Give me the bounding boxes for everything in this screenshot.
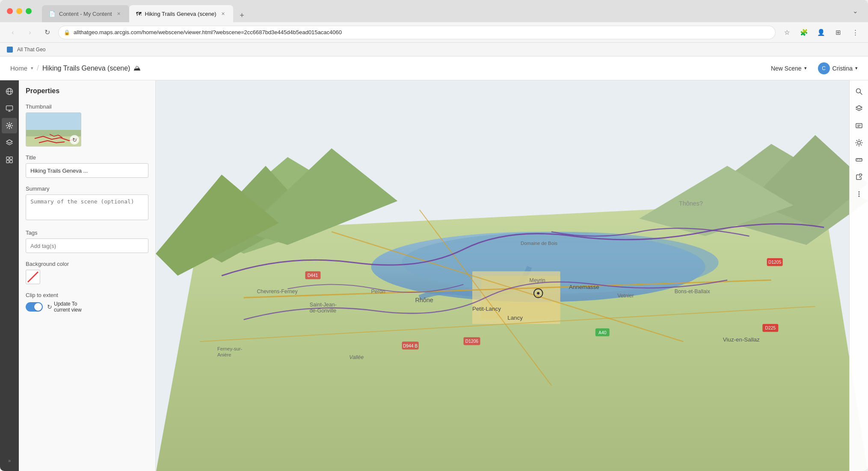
svg-line-75 xyxy=(856,144,857,145)
svg-text:Petit-Lancy: Petit-Lancy xyxy=(472,306,501,312)
summary-row: Summary xyxy=(26,185,148,222)
update-current-view-label: ↻ Update To current view xyxy=(47,301,82,313)
thumbnail-row: Thumbnail ↻ xyxy=(26,103,148,147)
sidebar-item-settings[interactable] xyxy=(2,118,17,133)
svg-text:Lancy: Lancy xyxy=(507,315,523,321)
user-initial: C xyxy=(822,65,826,71)
header-right: New Scene ▾ C Cristina ▾ xyxy=(767,62,858,74)
layers-tool-btn[interactable] xyxy=(851,101,867,116)
clip-to-extent-toggle[interactable] xyxy=(26,302,43,312)
thumbnail-image: ↻ xyxy=(26,112,81,147)
svg-point-6 xyxy=(9,125,11,127)
tags-row: Tags xyxy=(26,230,148,253)
svg-line-72 xyxy=(856,140,857,141)
user-menu-button[interactable]: C Cristina ▾ xyxy=(818,62,858,74)
svg-text:Annemasse: Annemasse xyxy=(569,284,599,290)
search-tool-btn[interactable] xyxy=(851,84,867,99)
svg-text:Saint-Jean-de-Gonville: Saint-Jean-de-Gonville xyxy=(310,302,337,314)
toggle-knob xyxy=(34,303,42,311)
lock-icon: 🔒 xyxy=(64,29,70,35)
traffic-lights xyxy=(7,8,32,14)
tags-input[interactable] xyxy=(26,238,148,253)
svg-rect-9 xyxy=(6,160,9,163)
sidebar-expand[interactable]: » xyxy=(8,456,11,468)
svg-text:Viuz-en-Sallaz: Viuz-en-Sallaz xyxy=(723,336,760,343)
tab-close-btn[interactable]: ✕ xyxy=(116,10,122,17)
measure-tool-btn[interactable] xyxy=(851,152,867,168)
svg-point-34 xyxy=(537,292,539,294)
svg-point-81 xyxy=(858,191,859,193)
color-swatch-icon xyxy=(27,271,39,283)
clip-to-extent-row: Clip to extent ↻ Update To current view xyxy=(26,292,148,313)
svg-text:Vetnier: Vetnier xyxy=(617,293,634,299)
page-title: Hiking Trails Geneva (scene) ⛰ xyxy=(42,64,141,73)
browser-window: 📄 Content - My Content ✕ 🗺 Hiking Trails… xyxy=(0,0,868,471)
sidebar-item-layers[interactable] xyxy=(2,135,17,150)
svg-line-63 xyxy=(860,93,862,95)
tab-label: Content - My Content xyxy=(59,11,112,17)
icon-sidebar: » xyxy=(0,80,19,471)
more-options-tool-btn[interactable] xyxy=(851,186,867,202)
clip-to-extent-label: Clip to extent xyxy=(26,292,148,298)
extensions-icon[interactable]: 🧩 xyxy=(798,26,810,38)
svg-point-83 xyxy=(858,196,859,197)
browser-collapse-icon[interactable]: ⌄ xyxy=(849,5,861,17)
svg-text:Rhône: Rhône xyxy=(415,297,433,303)
tab-content[interactable]: 📄 Content - My Content ✕ xyxy=(42,5,129,22)
tags-label: Tags xyxy=(26,230,148,236)
home-caret-icon: ▾ xyxy=(31,65,33,71)
summary-textarea[interactable] xyxy=(26,194,148,220)
tab-label-active: Hiking Trails Geneva (scene) xyxy=(145,11,216,17)
sidebar-item-globe[interactable] xyxy=(2,84,17,99)
share-tool-btn[interactable] xyxy=(851,169,867,185)
back-button[interactable]: ‹ xyxy=(7,26,19,38)
svg-line-74 xyxy=(861,140,861,141)
sidebar-toggle-icon[interactable]: ⊞ xyxy=(832,26,844,38)
maximize-button[interactable] xyxy=(26,8,32,14)
svg-point-67 xyxy=(857,141,860,144)
new-scene-button[interactable]: New Scene ▾ xyxy=(767,62,811,74)
background-color-row: Background color xyxy=(26,261,148,284)
minimize-button[interactable] xyxy=(16,8,22,14)
bookmark-icon[interactable]: ☆ xyxy=(781,26,793,38)
browser-tabs: 📄 Content - My Content ✕ 🗺 Hiking Trails… xyxy=(42,0,249,22)
svg-text:Meyrin: Meyrin xyxy=(530,277,545,283)
update-to-label: Update To xyxy=(54,301,82,307)
more-options-icon[interactable]: ⋮ xyxy=(849,26,861,38)
title-input[interactable] xyxy=(26,163,148,178)
breadcrumb-separator: / xyxy=(37,64,39,73)
forward-button[interactable]: › xyxy=(24,26,36,38)
title-icon: ⛰ xyxy=(133,64,141,73)
address-bar[interactable]: 🔒 allthatgeo.maps.arcgis.com/home/websce… xyxy=(58,26,776,39)
expand-icon: » xyxy=(8,458,11,464)
title-label: Title xyxy=(26,154,148,161)
svg-text:Bons-et-Ballaix: Bons-et-Ballaix xyxy=(675,288,711,294)
browser-titlebar: 📄 Content - My Content ✕ 🗺 Hiking Trails… xyxy=(0,0,868,22)
daylight-tool-btn[interactable] xyxy=(851,135,867,150)
home-label: Home xyxy=(10,65,27,72)
profile-icon[interactable]: 👤 xyxy=(815,26,827,38)
sidebar-item-monitor[interactable] xyxy=(2,101,17,116)
thumbnail-refresh-btn[interactable]: ↻ xyxy=(70,135,79,144)
svg-text:Vallée: Vallée xyxy=(349,354,364,360)
close-button[interactable] xyxy=(7,8,13,14)
svg-text:Peron: Peron xyxy=(371,288,385,294)
svg-text:Thônes?: Thônes? xyxy=(679,200,703,207)
reload-button[interactable]: ↻ xyxy=(41,26,53,38)
home-link[interactable]: Home ▾ xyxy=(10,65,33,72)
slides-tool-btn[interactable] xyxy=(851,118,867,133)
current-view-label: current view xyxy=(54,307,82,313)
svg-text:D1206: D1206 xyxy=(465,339,479,344)
new-tab-button[interactable]: + xyxy=(235,9,249,22)
svg-rect-7 xyxy=(6,157,9,159)
svg-line-73 xyxy=(861,144,861,145)
svg-text:D944 B: D944 B xyxy=(403,344,418,348)
tab-close-active-btn[interactable]: ✕ xyxy=(219,10,226,17)
svg-point-82 xyxy=(858,194,859,195)
address-text: allthatgeo.maps.arcgis.com/home/webscene… xyxy=(74,29,342,35)
svg-text:D441: D441 xyxy=(308,273,318,278)
tab-scene[interactable]: 🗺 Hiking Trails Geneva (scene) ✕ xyxy=(129,5,234,22)
color-swatch-btn[interactable] xyxy=(26,270,40,284)
sidebar-item-widgets[interactable] xyxy=(2,152,17,168)
svg-text:Chevrens-Ferney: Chevrens-Ferney xyxy=(257,288,298,294)
